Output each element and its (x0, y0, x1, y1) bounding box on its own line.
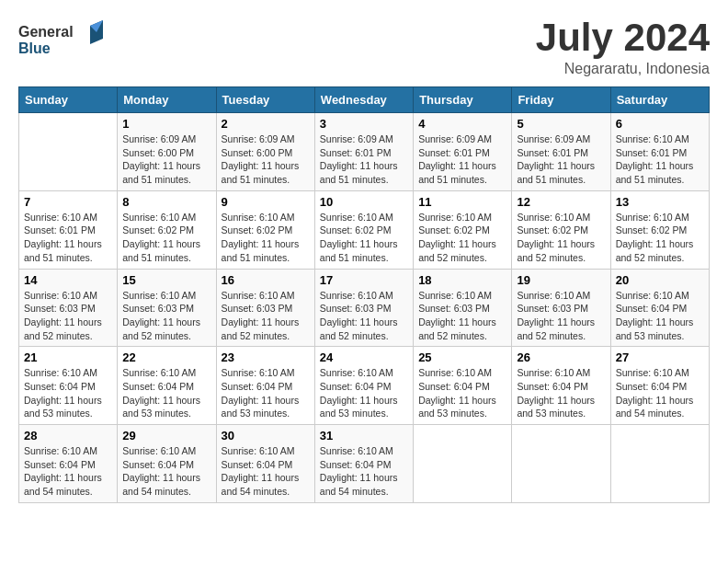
day-number: 9 (222, 195, 310, 209)
day-info: Sunrise: 6:10 AM Sunset: 6:03 PM Dayligh… (517, 289, 605, 343)
day-number: 30 (222, 429, 310, 442)
day-number: 19 (517, 273, 605, 287)
calendar-cell: 31Sunrise: 6:10 AM Sunset: 6:04 PM Dayli… (314, 425, 413, 503)
calendar-cell: 25Sunrise: 6:10 AM Sunset: 6:04 PM Dayli… (414, 347, 512, 425)
day-number: 26 (517, 350, 605, 364)
day-info: Sunrise: 6:10 AM Sunset: 6:02 PM Dayligh… (222, 211, 310, 265)
day-number: 12 (517, 195, 605, 209)
calendar-cell: 27Sunrise: 6:10 AM Sunset: 6:04 PM Dayli… (610, 347, 709, 425)
calendar-cell: 18Sunrise: 6:10 AM Sunset: 6:03 PM Dayli… (414, 269, 512, 347)
day-number: 31 (320, 429, 408, 442)
month-title: July 2024 (536, 18, 710, 57)
calendar-cell: 3Sunrise: 6:09 AM Sunset: 6:01 PM Daylig… (314, 113, 413, 191)
calendar-week-row: 1Sunrise: 6:09 AM Sunset: 6:00 PM Daylig… (19, 113, 710, 191)
weekday-header: Friday (512, 87, 610, 113)
day-info: Sunrise: 6:10 AM Sunset: 6:01 PM Dayligh… (24, 211, 112, 265)
day-number: 8 (122, 195, 210, 209)
calendar-cell (512, 425, 610, 503)
day-info: Sunrise: 6:10 AM Sunset: 6:03 PM Dayligh… (122, 289, 210, 343)
calendar-cell: 1Sunrise: 6:09 AM Sunset: 6:00 PM Daylig… (118, 113, 216, 191)
weekday-header: Monday (118, 87, 216, 113)
day-number: 22 (122, 350, 210, 364)
day-number: 1 (122, 117, 210, 131)
day-number: 28 (24, 429, 112, 442)
calendar-cell: 26Sunrise: 6:10 AM Sunset: 6:04 PM Dayli… (512, 347, 610, 425)
logo-text: General Blue (18, 18, 110, 63)
day-info: Sunrise: 6:10 AM Sunset: 6:04 PM Dayligh… (616, 366, 704, 420)
day-info: Sunrise: 6:10 AM Sunset: 6:03 PM Dayligh… (222, 289, 310, 343)
header-row: SundayMondayTuesdayWednesdayThursdayFrid… (19, 87, 710, 113)
day-number: 2 (222, 117, 310, 131)
day-info: Sunrise: 6:10 AM Sunset: 6:04 PM Dayligh… (24, 444, 112, 499)
day-info: Sunrise: 6:10 AM Sunset: 6:03 PM Dayligh… (320, 289, 408, 343)
day-info: Sunrise: 6:10 AM Sunset: 6:04 PM Dayligh… (517, 366, 605, 420)
calendar-cell: 19Sunrise: 6:10 AM Sunset: 6:03 PM Dayli… (512, 269, 610, 347)
day-number: 17 (320, 273, 408, 287)
calendar-cell: 6Sunrise: 6:10 AM Sunset: 6:01 PM Daylig… (610, 113, 709, 191)
day-info: Sunrise: 6:09 AM Sunset: 6:01 PM Dayligh… (418, 132, 506, 187)
day-number: 5 (517, 117, 605, 131)
calendar-cell: 24Sunrise: 6:10 AM Sunset: 6:04 PM Dayli… (314, 347, 413, 425)
weekday-header: Sunday (19, 87, 118, 113)
weekday-header: Saturday (610, 87, 709, 113)
day-info: Sunrise: 6:09 AM Sunset: 6:01 PM Dayligh… (517, 132, 605, 187)
title-block: July 2024 Negararatu, Indonesia (536, 18, 710, 77)
calendar-cell (19, 113, 118, 191)
calendar-cell: 11Sunrise: 6:10 AM Sunset: 6:02 PM Dayli… (414, 190, 512, 269)
day-number: 13 (616, 195, 704, 209)
day-info: Sunrise: 6:10 AM Sunset: 6:04 PM Dayligh… (320, 366, 408, 420)
weekday-header: Tuesday (216, 87, 314, 113)
svg-text:General: General (18, 24, 74, 40)
calendar-cell: 4Sunrise: 6:09 AM Sunset: 6:01 PM Daylig… (414, 113, 512, 191)
calendar-cell: 30Sunrise: 6:10 AM Sunset: 6:04 PM Dayli… (216, 425, 314, 503)
calendar-week-row: 28Sunrise: 6:10 AM Sunset: 6:04 PM Dayli… (19, 425, 710, 503)
day-info: Sunrise: 6:09 AM Sunset: 6:00 PM Dayligh… (122, 132, 210, 187)
calendar-cell: 17Sunrise: 6:10 AM Sunset: 6:03 PM Dayli… (314, 269, 413, 347)
day-info: Sunrise: 6:10 AM Sunset: 6:02 PM Dayligh… (418, 211, 506, 265)
weekday-header: Wednesday (314, 87, 413, 113)
calendar-table: SundayMondayTuesdayWednesdayThursdayFrid… (18, 86, 710, 503)
day-number: 4 (418, 117, 506, 131)
day-info: Sunrise: 6:10 AM Sunset: 6:04 PM Dayligh… (418, 366, 506, 420)
day-number: 7 (24, 195, 112, 209)
calendar-cell: 9Sunrise: 6:10 AM Sunset: 6:02 PM Daylig… (216, 190, 314, 269)
day-number: 20 (616, 273, 704, 287)
day-info: Sunrise: 6:10 AM Sunset: 6:02 PM Dayligh… (320, 211, 408, 265)
day-number: 29 (122, 429, 210, 442)
day-number: 15 (122, 273, 210, 287)
calendar-cell: 23Sunrise: 6:10 AM Sunset: 6:04 PM Dayli… (216, 347, 314, 425)
calendar-cell: 21Sunrise: 6:10 AM Sunset: 6:04 PM Dayli… (19, 347, 118, 425)
calendar-cell: 29Sunrise: 6:10 AM Sunset: 6:04 PM Dayli… (118, 425, 216, 503)
day-number: 27 (616, 350, 704, 364)
calendar-cell: 12Sunrise: 6:10 AM Sunset: 6:02 PM Dayli… (512, 190, 610, 269)
calendar-week-row: 14Sunrise: 6:10 AM Sunset: 6:03 PM Dayli… (19, 269, 710, 347)
calendar-cell: 8Sunrise: 6:10 AM Sunset: 6:02 PM Daylig… (118, 190, 216, 269)
calendar-cell: 13Sunrise: 6:10 AM Sunset: 6:02 PM Dayli… (610, 190, 709, 269)
calendar-cell: 14Sunrise: 6:10 AM Sunset: 6:03 PM Dayli… (19, 269, 118, 347)
calendar-cell: 10Sunrise: 6:10 AM Sunset: 6:02 PM Dayli… (314, 190, 413, 269)
calendar-cell: 5Sunrise: 6:09 AM Sunset: 6:01 PM Daylig… (512, 113, 610, 191)
location: Negararatu, Indonesia (536, 61, 710, 77)
day-number: 21 (24, 350, 112, 364)
day-info: Sunrise: 6:10 AM Sunset: 6:02 PM Dayligh… (616, 211, 704, 265)
day-number: 23 (222, 350, 310, 364)
calendar-cell: 22Sunrise: 6:10 AM Sunset: 6:04 PM Dayli… (118, 347, 216, 425)
day-info: Sunrise: 6:10 AM Sunset: 6:04 PM Dayligh… (616, 289, 704, 343)
calendar-week-row: 21Sunrise: 6:10 AM Sunset: 6:04 PM Dayli… (19, 347, 710, 425)
day-info: Sunrise: 6:09 AM Sunset: 6:01 PM Dayligh… (320, 132, 408, 187)
calendar-cell: 7Sunrise: 6:10 AM Sunset: 6:01 PM Daylig… (19, 190, 118, 269)
page-header: General Blue July 2024 Negararatu, Indon… (18, 18, 710, 77)
day-info: Sunrise: 6:10 AM Sunset: 6:04 PM Dayligh… (122, 366, 210, 420)
day-number: 16 (222, 273, 310, 287)
day-info: Sunrise: 6:10 AM Sunset: 6:03 PM Dayligh… (418, 289, 506, 343)
day-info: Sunrise: 6:10 AM Sunset: 6:04 PM Dayligh… (122, 444, 210, 499)
day-info: Sunrise: 6:10 AM Sunset: 6:04 PM Dayligh… (320, 444, 408, 499)
day-number: 14 (24, 273, 112, 287)
day-info: Sunrise: 6:10 AM Sunset: 6:03 PM Dayligh… (24, 289, 112, 343)
logo: General Blue (18, 18, 110, 63)
day-info: Sunrise: 6:10 AM Sunset: 6:04 PM Dayligh… (24, 366, 112, 420)
day-number: 24 (320, 350, 408, 364)
day-number: 10 (320, 195, 408, 209)
day-number: 25 (418, 350, 506, 364)
calendar-cell: 28Sunrise: 6:10 AM Sunset: 6:04 PM Dayli… (19, 425, 118, 503)
